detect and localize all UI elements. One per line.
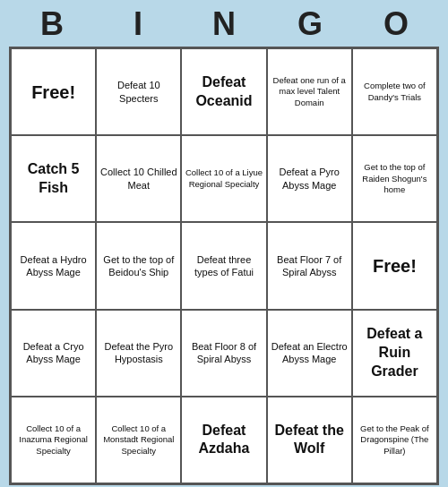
bingo-cell-1: Defeat 10 Specters bbox=[96, 48, 181, 135]
bingo-cell-21: Collect 10 of a Monstadt Regional Specia… bbox=[96, 397, 181, 483]
bingo-grid: Free!Defeat 10 SpectersDefeat OceanidDef… bbox=[9, 47, 439, 485]
bingo-cell-20: Collect 10 of a Inazuma Regional Special… bbox=[11, 397, 96, 483]
bingo-cell-2: Defeat Oceanid bbox=[181, 48, 266, 135]
bingo-cell-0: Free! bbox=[11, 48, 96, 135]
bingo-cell-4: Complete two of Dandy's Trials bbox=[352, 48, 437, 135]
bingo-cell-12: Defeat three types of Fatui bbox=[181, 222, 266, 309]
bingo-cell-6: Collect 10 Chilled Meat bbox=[96, 135, 181, 222]
bingo-cell-17: Beat Floor 8 of Spiral Abyss bbox=[181, 310, 266, 397]
bingo-cell-19: Defeat a Ruin Grader bbox=[352, 310, 437, 397]
bingo-cell-11: Get to the top of Beidou's Ship bbox=[96, 222, 181, 309]
bingo-cell-14: Free! bbox=[352, 222, 437, 309]
bingo-cell-23: Defeat the Wolf bbox=[267, 397, 352, 483]
bingo-letter-i: I bbox=[102, 5, 174, 43]
bingo-letter-b: B bbox=[16, 5, 88, 43]
bingo-letter-g: G bbox=[274, 5, 346, 43]
bingo-cell-22: Defeat Azdaha bbox=[181, 397, 266, 483]
bingo-header: BINGO bbox=[9, 0, 439, 47]
bingo-cell-7: Collect 10 of a Liyue Regional Specialty bbox=[181, 135, 266, 222]
bingo-letter-n: N bbox=[188, 5, 260, 43]
bingo-cell-18: Defeat an Electro Abyss Mage bbox=[267, 310, 352, 397]
bingo-cell-10: Defeat a Hydro Abyss Mage bbox=[11, 222, 96, 309]
bingo-cell-24: Get to the Peak of Dragonspine (The Pill… bbox=[352, 397, 437, 483]
bingo-cell-8: Defeat a Pyro Abyss Mage bbox=[267, 135, 352, 222]
bingo-cell-16: Defeat the Pyro Hypostasis bbox=[96, 310, 181, 397]
bingo-cell-15: Defeat a Cryo Abyss Mage bbox=[11, 310, 96, 397]
bingo-cell-9: Get to the top of Raiden Shogun's home bbox=[352, 135, 437, 222]
bingo-letter-o: O bbox=[360, 5, 432, 43]
bingo-cell-5: Catch 5 Fish bbox=[11, 135, 96, 222]
bingo-cell-3: Defeat one run of a max level Talent Dom… bbox=[267, 48, 352, 135]
bingo-cell-13: Beat Floor 7 of Spiral Abyss bbox=[267, 222, 352, 309]
